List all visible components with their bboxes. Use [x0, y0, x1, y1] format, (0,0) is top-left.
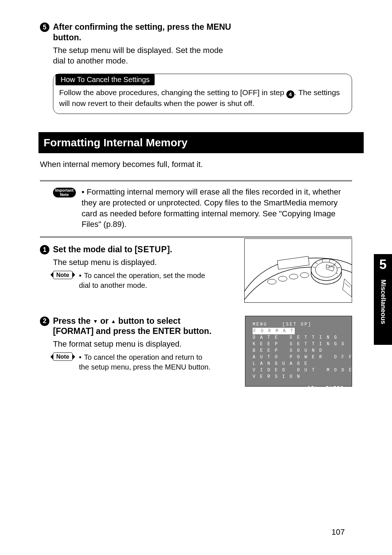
step-5: 5 After confirming the setting, press th… [40, 22, 352, 43]
step-5-title: After confirming the setting, press the … [53, 22, 234, 43]
cancel-settings-text: Follow the above procedures, changing th… [59, 87, 346, 109]
lcd-row: D A T E S E T T I N G :1999/1/1 [253, 334, 344, 341]
important-note-text: •Formatting internal memory will erase a… [82, 187, 351, 230]
lcd-row: L A N G U A G E :ENGLISH [253, 360, 344, 367]
important-note-block: Important Note •Formatting internal memo… [40, 181, 352, 236]
important-text: Formatting internal memory will erase al… [82, 187, 341, 229]
camera-illustration: SETUP [244, 238, 352, 303]
down-triangle-icon: ▼ [93, 318, 98, 324]
step-1-note: Note •To cancel the operation, set the m… [53, 271, 212, 290]
step-2-note-text: •To cancel the operation and return to t… [79, 352, 212, 372]
svg-point-1 [278, 276, 287, 281]
lcd-row: K E E P S E T T I N G S [253, 341, 344, 347]
lcd-screen: MENU [SET UP] F O R M A TD A T E S E T T… [245, 316, 352, 387]
step-1-note-text: •To cancel the operation, set the mode d… [79, 271, 212, 290]
step-2-number-icon: 2 [40, 317, 49, 326]
note-icon: Note [53, 352, 73, 361]
chapter-number: 5 [374, 257, 392, 272]
cancel-text-a: Follow the above procedures, changing th… [59, 88, 286, 97]
up-triangle-icon: ▲ [111, 318, 116, 324]
setup-mode-label: SETUP [138, 245, 167, 254]
step-1: 1 Set the mode dial to [SETUP]. [40, 244, 212, 255]
step-1-body: The setup menu is displayed. [53, 257, 212, 268]
step-1-title-b: ]. [167, 245, 172, 254]
divider-bottom [40, 236, 352, 238]
svg-point-0 [268, 279, 276, 284]
chapter-tab: 5 Miscellaneous [374, 254, 392, 345]
intro-text: When internal memory becomes full, forma… [40, 160, 352, 169]
step-2: 2 Press the ▼ or ▲ button to select [FOR… [40, 316, 212, 337]
chapter-label: Miscellaneous [379, 279, 387, 324]
lcd-row: F O R M A T [253, 328, 344, 334]
lcd-footer: SEL.:ENTER [253, 385, 344, 392]
svg-point-2 [289, 274, 298, 279]
step-2-title-a: Press the [53, 316, 93, 326]
step-2-title-b: or [98, 316, 111, 326]
lcd-row: A U T O P O W E R O F F :ON [253, 354, 344, 360]
lcd-menu-header: MENU [SET UP] [253, 321, 344, 328]
important-label-bottom: Note [55, 193, 74, 197]
step-1-note-inner: To cancel the operation, set the mode di… [79, 272, 205, 289]
step-2-note-inner: To cancel the operation and return to th… [79, 353, 211, 371]
inline-step-4-icon: 4 [286, 90, 294, 98]
lcd-row: V E R S I O N [253, 374, 344, 380]
svg-point-3 [300, 273, 309, 278]
important-note-icon: Important Note [53, 188, 76, 197]
page-number: 107 [331, 527, 345, 537]
step-1-number-icon: 1 [40, 245, 49, 254]
section-heading: Formatting Internal Memory [38, 132, 364, 153]
cancel-settings-heading: How To Cancel the Settings [56, 74, 155, 85]
lcd-row: B E E P S O U N D :ON [253, 347, 344, 354]
step-1-title-a: Set the mode dial to [ [53, 245, 138, 254]
step-2-note: Note •To cancel the operation and return… [53, 352, 212, 372]
step-5-body: The setup menu will be displayed. Set th… [53, 45, 234, 66]
lcd-row: V I D E O O U T M O D E :NTSC [253, 367, 344, 374]
step-2-title: Press the ▼ or ▲ button to select [FORMA… [53, 316, 212, 337]
step-1-title: Set the mode dial to [SETUP]. [53, 244, 172, 255]
note-icon: Note [53, 271, 73, 279]
cancel-settings-box: How To Cancel the Settings Follow the ab… [53, 74, 352, 114]
step-2-body: The format setup menu is displayed. [53, 339, 212, 350]
step-5-number-icon: 5 [40, 23, 49, 32]
